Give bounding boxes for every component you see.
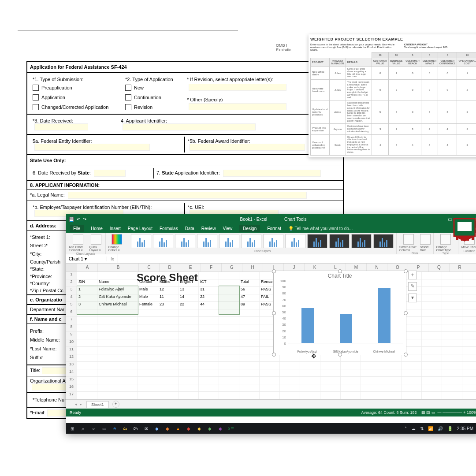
cell[interactable]: [462, 272, 476, 279]
cell[interactable]: [260, 384, 280, 391]
cell[interactable]: [138, 309, 158, 316]
cell[interactable]: [341, 377, 361, 384]
cell[interactable]: [442, 317, 462, 324]
column-header[interactable]: S: [470, 264, 476, 271]
cell[interactable]: [260, 369, 280, 376]
row-header[interactable]: 15: [66, 377, 77, 384]
cell[interactable]: [280, 362, 300, 369]
preapplication-checkbox[interactable]: [33, 85, 39, 91]
cell[interactable]: [239, 354, 260, 361]
cortana-icon[interactable]: ○: [90, 425, 97, 432]
cell[interactable]: [97, 347, 138, 354]
cell[interactable]: [462, 317, 476, 324]
column-header[interactable]: R: [450, 264, 470, 271]
applicant-id-field[interactable]: [123, 123, 256, 130]
cell[interactable]: [462, 392, 476, 399]
redo-icon[interactable]: ↷: [83, 217, 86, 222]
cell[interactable]: Male: [138, 294, 158, 301]
cell[interactable]: [239, 317, 260, 324]
tab-page-layout[interactable]: Page Layout: [128, 226, 152, 231]
cell[interactable]: [462, 294, 476, 301]
cell[interactable]: [381, 377, 402, 384]
start-icon[interactable]: ⊞: [69, 425, 76, 432]
cell[interactable]: 11: [158, 294, 178, 301]
handle-icon[interactable]: [404, 311, 408, 315]
federal-entity-field[interactable]: [34, 144, 150, 151]
cell[interactable]: [260, 362, 280, 369]
cell[interactable]: [138, 347, 158, 354]
cell[interactable]: [462, 362, 476, 369]
cell[interactable]: [300, 377, 320, 384]
cell[interactable]: [219, 362, 239, 369]
cell[interactable]: [178, 309, 199, 316]
cell[interactable]: [158, 324, 178, 331]
cell[interactable]: [239, 377, 260, 384]
cell[interactable]: [422, 294, 442, 301]
cell[interactable]: Folawiyo Ajayi: [97, 287, 138, 294]
cell[interactable]: [219, 377, 239, 384]
handle-icon[interactable]: [338, 269, 342, 273]
tab-format[interactable]: Format: [267, 226, 281, 231]
row-header[interactable]: 11: [66, 347, 77, 354]
cell[interactable]: S/N: [77, 279, 97, 286]
chart-style-thumb[interactable]: [285, 234, 305, 248]
chart-style-thumb[interactable]: [373, 234, 394, 248]
cell[interactable]: [260, 392, 280, 399]
column-header[interactable]: H: [242, 264, 263, 271]
app-icon[interactable]: ◆: [185, 425, 192, 432]
cell[interactable]: [199, 339, 219, 346]
cell[interactable]: [199, 392, 219, 399]
cell[interactable]: [219, 309, 239, 316]
row-header[interactable]: 8: [66, 324, 77, 331]
handle-icon[interactable]: [404, 353, 408, 357]
explorer-icon[interactable]: 🗂: [122, 425, 129, 432]
cell[interactable]: [158, 392, 178, 399]
cell[interactable]: [442, 369, 462, 376]
cell[interactable]: [280, 384, 300, 391]
switch-row-col-button[interactable]: Switch Row/ Column: [399, 234, 418, 252]
view-normal-icon[interactable]: ▦: [421, 410, 425, 415]
embedded-chart[interactable]: Chart Title 0102030405060708090100 Folaw…: [273, 271, 406, 355]
chart-brush-icon[interactable]: ✎: [408, 282, 417, 291]
cell[interactable]: [422, 354, 442, 361]
cell[interactable]: [239, 272, 260, 279]
cell[interactable]: [199, 362, 219, 369]
cell[interactable]: [442, 392, 462, 399]
cell[interactable]: [97, 377, 138, 384]
cell[interactable]: 22: [199, 294, 219, 301]
cell[interactable]: [361, 369, 381, 376]
cell[interactable]: [219, 287, 239, 294]
cell[interactable]: [239, 347, 260, 354]
windows-taskbar[interactable]: ⊞ ⌕ ○ ▭ e 🗂 🛍 ✉ ◆ ◆ ▲ ◆ ◆ ◆ ◆ x≣ ˄ ☁ ⇅ 📶…: [66, 423, 476, 434]
cell[interactable]: [199, 272, 219, 279]
chart-bar[interactable]: [340, 314, 352, 343]
row-header[interactable]: 2: [66, 279, 77, 286]
undo-icon[interactable]: ↶: [77, 217, 80, 222]
cell[interactable]: [178, 339, 199, 346]
cell[interactable]: [442, 309, 462, 316]
cell[interactable]: [219, 272, 239, 279]
cell[interactable]: [178, 354, 199, 361]
cell[interactable]: [402, 369, 422, 376]
cell[interactable]: 3: [77, 302, 97, 309]
sheet-nav-next-icon[interactable]: ▸: [80, 402, 82, 406]
cell[interactable]: [199, 384, 219, 391]
cell[interactable]: [77, 309, 97, 316]
cell[interactable]: [97, 369, 138, 376]
sheet-nav-prev-icon[interactable]: ◂: [75, 402, 77, 406]
column-header[interactable]: G: [222, 264, 242, 271]
cell[interactable]: [219, 279, 239, 286]
name-box[interactable]: Chart 1 ▾: [66, 257, 107, 261]
row-header[interactable]: 16: [66, 384, 77, 391]
cell[interactable]: Total: [239, 279, 260, 286]
add-chart-element-button[interactable]: Add Chart Element ▾: [69, 234, 87, 252]
cell[interactable]: 23: [158, 302, 178, 309]
cell[interactable]: [239, 384, 260, 391]
mail-icon[interactable]: ✉: [143, 425, 150, 432]
cell[interactable]: [77, 377, 97, 384]
select-data-button[interactable]: Select Data: [420, 234, 431, 252]
cell[interactable]: [77, 347, 97, 354]
cell[interactable]: [199, 377, 219, 384]
cell[interactable]: [219, 317, 239, 324]
cell[interactable]: [402, 384, 422, 391]
